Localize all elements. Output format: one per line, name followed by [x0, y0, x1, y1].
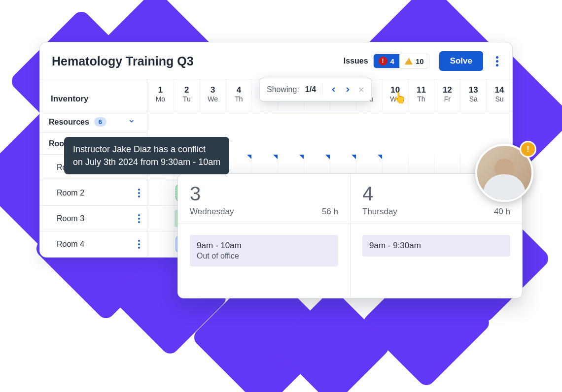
room-menu-icon[interactable]: [138, 214, 140, 223]
time-slot[interactable]: 9am - 10am Out of office: [190, 235, 338, 266]
detail-day-number: 3: [190, 183, 338, 205]
popover-nav: ✕: [322, 84, 364, 95]
header-actions: Issues ! 4 10 Solve: [344, 51, 501, 71]
prev-issue-button[interactable]: [328, 84, 339, 95]
issues-label: Issues: [344, 57, 368, 65]
day-header[interactable]: 13Sa: [460, 79, 486, 111]
showing-label: Showing:: [267, 85, 299, 94]
detail-day-header[interactable]: 3 Wednesday 56 h: [178, 174, 350, 224]
room-name: Room 2: [57, 189, 84, 197]
issues-pills: ! 4 10: [373, 54, 429, 68]
warning-icon: [405, 58, 413, 65]
detail-day-body: 9am - 9:30am: [350, 224, 522, 298]
inventory-label: Inventory: [40, 79, 147, 111]
critical-count: 4: [390, 57, 394, 65]
resources-label: Resources: [49, 118, 89, 127]
day-header[interactable]: 14Su: [486, 79, 512, 111]
detail-weekday: Wednesday: [190, 207, 234, 217]
alert-icon: !: [379, 57, 387, 65]
room-label-cell: Room 3: [40, 206, 147, 231]
warning-count: 10: [416, 57, 424, 65]
room-label-cell: Room 4: [40, 231, 147, 257]
tooltip-line: on July 3th 2024 from 9:30am - 10am: [73, 156, 220, 168]
detail-hours: 56 h: [322, 207, 338, 217]
slot-description: Out of office: [197, 252, 331, 261]
day-header[interactable]: 4Th: [226, 79, 252, 111]
showing-position: 1/4: [305, 85, 316, 94]
room-menu-icon[interactable]: [138, 189, 140, 197]
detail-hours: 40 h: [494, 207, 510, 217]
day-header[interactable]: 12Fr: [434, 79, 460, 111]
card-header: Hematology Training Q3 Issues ! 4 10 Sol…: [40, 42, 512, 79]
slot-time: 9am - 10am: [197, 241, 331, 251]
day-detail-card: 3 Wednesday 56 h 4 Thursday 40 h 9am - 1…: [177, 173, 523, 298]
chevron-down-icon: [128, 118, 135, 126]
page-title: Hematology Training Q3: [52, 54, 194, 68]
tooltip-line: Instructor Jake Diaz has a conflict: [73, 143, 220, 156]
instructor-avatar[interactable]: [475, 144, 533, 202]
room-label-cell: Room 2: [40, 180, 147, 205]
room-menu-icon[interactable]: [138, 240, 140, 249]
resources-count-badge: 6: [94, 117, 106, 127]
detail-day-body: 9am - 10am Out of office: [178, 224, 350, 298]
overflow-menu-icon[interactable]: [493, 53, 501, 69]
warning-issues-pill[interactable]: 10: [400, 54, 429, 68]
day-header[interactable]: 10We: [382, 79, 408, 111]
day-header[interactable]: 3We: [200, 79, 226, 111]
room-name: Room 3: [57, 214, 84, 223]
issues-group: Issues ! 4 10: [344, 54, 429, 68]
time-slot[interactable]: 9am - 9:30am: [362, 235, 510, 257]
day-header[interactable]: 11Th: [408, 79, 434, 111]
day-header[interactable]: 1Mo: [147, 79, 174, 111]
close-popover-button[interactable]: ✕: [358, 85, 364, 95]
conflict-tooltip: Instructor Jake Diaz has a conflict on J…: [64, 137, 229, 174]
warning-badge-icon: [520, 141, 536, 158]
resources-section-header[interactable]: Resources 6: [40, 111, 147, 133]
slot-time: 9am - 9:30am: [369, 241, 503, 251]
detail-weekday: Thursday: [362, 207, 397, 217]
room-name: Room 4: [57, 240, 84, 249]
day-header[interactable]: 2Tu: [174, 79, 200, 111]
next-issue-button[interactable]: [342, 84, 353, 95]
critical-issues-pill[interactable]: ! 4: [374, 54, 400, 68]
showing-popover: Showing: 1/4 ✕: [259, 78, 372, 101]
solve-button[interactable]: Solve: [439, 51, 483, 71]
